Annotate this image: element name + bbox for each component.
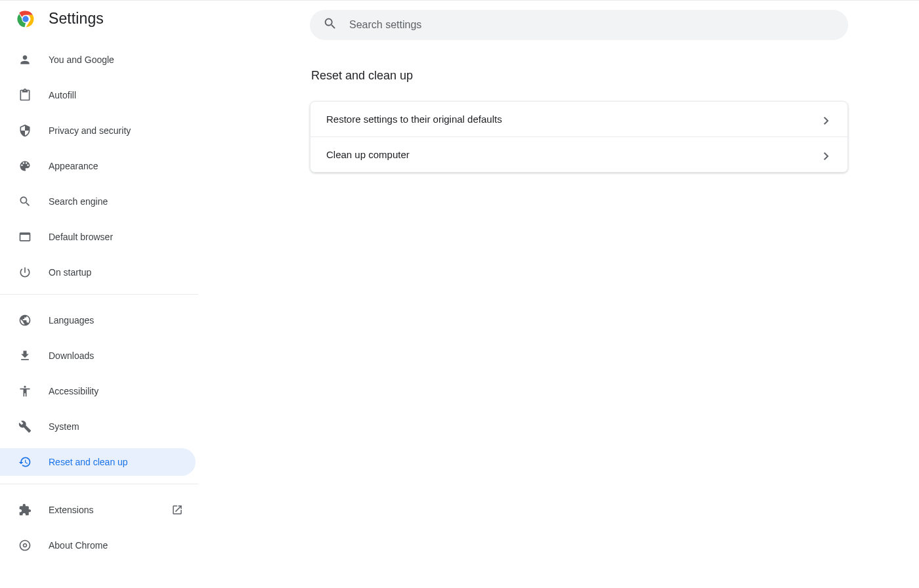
nav-default-browser[interactable]: Default browser [0,223,196,251]
nav-label: On startup [49,267,196,278]
nav-label: Reset and clean up [49,457,196,467]
nav-label: Extensions [49,505,154,515]
shield-icon [18,124,32,137]
main-inner: Reset and clean up Restore settings to t… [310,10,848,173]
card-item-label: Clean up computer [326,149,410,160]
nav-accessibility[interactable]: Accessibility [0,377,196,405]
search-bar[interactable] [310,10,848,40]
nav-group-1: You and Google Autofill Privacy and secu… [0,39,198,286]
section-title: Reset and clean up [310,69,848,83]
nav-languages[interactable]: Languages [0,306,196,334]
nav-label: Privacy and security [49,125,196,136]
person-icon [18,53,32,66]
clipboard-icon [18,89,32,102]
nav-label: Downloads [49,350,196,361]
chrome-logo-icon [17,10,34,28]
restore-defaults-item[interactable]: Restore settings to their original defau… [310,102,847,136]
extension-icon [18,503,32,516]
wrench-icon [18,420,32,433]
open-in-new-icon [171,503,184,516]
search-icon [323,16,337,33]
nav-label: System [49,421,196,432]
nav-group-2: Languages Downloads Accessibility System [0,306,198,476]
sidebar-header: Settings [0,10,198,39]
app-container: Settings You and Google Autofill Privacy… [0,0,919,588]
nav-appearance[interactable]: Appearance [0,152,196,180]
app-title: Settings [49,10,104,28]
browser-icon [18,230,32,243]
svg-point-2 [22,16,28,22]
search-icon [18,195,32,208]
power-icon [18,266,32,279]
nav-downloads[interactable]: Downloads [0,342,196,369]
nav-label: Accessibility [49,386,196,396]
nav-divider-2 [0,484,198,484]
nav-system[interactable]: System [0,413,196,440]
nav-label: Default browser [49,232,196,242]
palette-icon [18,159,32,173]
nav-extensions[interactable]: Extensions [0,496,196,524]
main-content: Reset and clean up Restore settings to t… [198,1,919,588]
nav-label: About Chrome [49,540,196,551]
nav-label: Autofill [49,90,196,100]
search-input[interactable] [349,19,835,31]
nav-reset-clean-up[interactable]: Reset and clean up [0,448,196,476]
nav-search-engine[interactable]: Search engine [0,188,196,215]
nav-group-3: Extensions About Chrome [0,496,198,559]
chrome-outline-icon [18,539,32,552]
nav-label: Search engine [49,196,196,207]
clean-up-computer-item[interactable]: Clean up computer [310,136,847,172]
restore-icon [18,455,32,469]
settings-card: Restore settings to their original defau… [310,101,848,173]
globe-icon [18,314,32,327]
chevron-right-icon [824,116,832,123]
nav-label: You and Google [49,54,196,65]
chevron-right-icon [824,151,832,159]
nav-divider [0,294,198,295]
nav-label: Appearance [49,161,196,171]
sidebar: Settings You and Google Autofill Privacy… [0,1,198,588]
download-icon [18,349,32,362]
nav-label: Languages [49,315,196,326]
nav-privacy-security[interactable]: Privacy and security [0,117,196,144]
nav-autofill[interactable]: Autofill [0,81,196,109]
nav-on-startup[interactable]: On startup [0,259,196,286]
accessibility-icon [18,385,32,398]
nav-about-chrome[interactable]: About Chrome [0,532,196,559]
nav-you-and-google[interactable]: You and Google [0,46,196,74]
card-item-label: Restore settings to their original defau… [326,114,502,125]
